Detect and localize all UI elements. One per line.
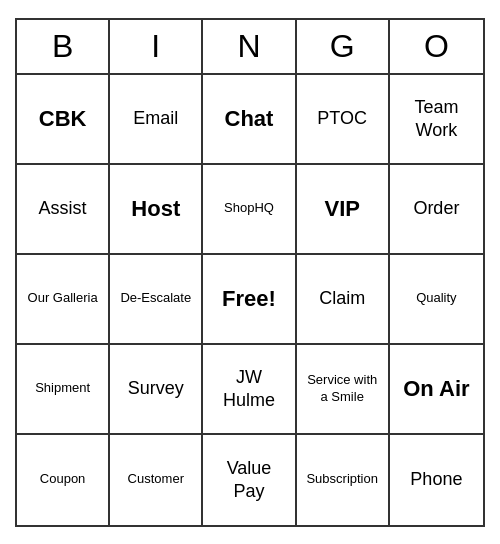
header-letter: O [390,20,483,73]
bingo-cell: Our Galleria [17,255,110,345]
bingo-cell: ShopHQ [203,165,296,255]
bingo-cell: VIP [297,165,390,255]
bingo-cell: Customer [110,435,203,525]
bingo-cell: Host [110,165,203,255]
bingo-grid: CBKEmailChatPTOCTeam WorkAssistHostShopH… [17,75,483,525]
bingo-cell: Free! [203,255,296,345]
header-letter: G [297,20,390,73]
bingo-cell: CBK [17,75,110,165]
bingo-cell: On Air [390,345,483,435]
bingo-cell: Quality [390,255,483,345]
bingo-cell: Value Pay [203,435,296,525]
bingo-cell: Order [390,165,483,255]
header-letter: N [203,20,296,73]
header-letter: B [17,20,110,73]
bingo-cell: Assist [17,165,110,255]
bingo-cell: Subscription [297,435,390,525]
bingo-cell: Shipment [17,345,110,435]
bingo-cell: PTOC [297,75,390,165]
bingo-cell: Survey [110,345,203,435]
bingo-cell: Coupon [17,435,110,525]
bingo-cell: Claim [297,255,390,345]
bingo-header: BINGO [17,20,483,75]
header-letter: I [110,20,203,73]
bingo-cell: Phone [390,435,483,525]
bingo-cell: Email [110,75,203,165]
bingo-cell: JW Hulme [203,345,296,435]
bingo-cell: De-Escalate [110,255,203,345]
bingo-cell: Service with a Smile [297,345,390,435]
bingo-cell: Team Work [390,75,483,165]
bingo-card: BINGO CBKEmailChatPTOCTeam WorkAssistHos… [15,18,485,527]
bingo-cell: Chat [203,75,296,165]
